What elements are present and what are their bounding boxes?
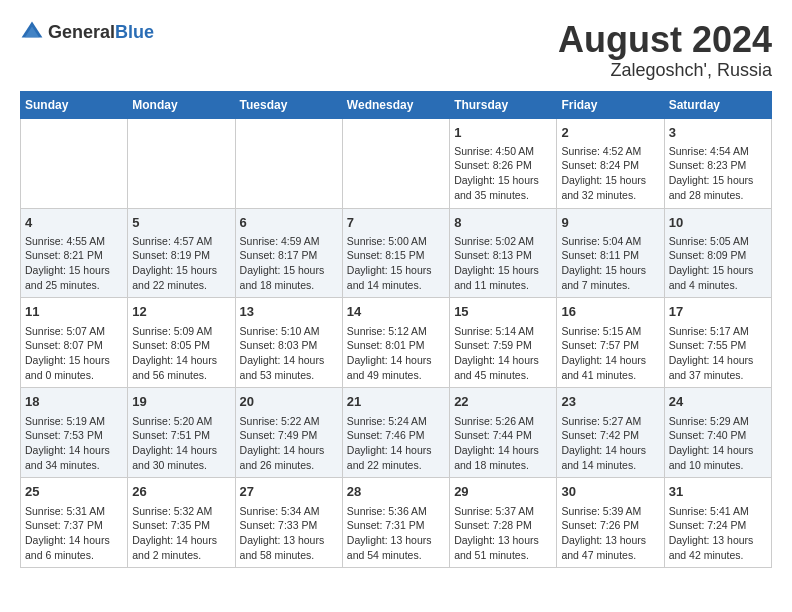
day-number: 11 [25,303,123,321]
cell-content: Sunrise: 5:26 AMSunset: 7:44 PMDaylight:… [454,414,552,473]
calendar-week-5: 25Sunrise: 5:31 AMSunset: 7:37 PMDayligh… [21,478,772,568]
calendar-cell: 30Sunrise: 5:39 AMSunset: 7:26 PMDayligh… [557,478,664,568]
day-number: 13 [240,303,338,321]
day-number: 7 [347,214,445,232]
cell-content: Sunrise: 4:55 AMSunset: 8:21 PMDaylight:… [25,234,123,293]
calendar-cell: 16Sunrise: 5:15 AMSunset: 7:57 PMDayligh… [557,298,664,388]
day-number: 3 [669,124,767,142]
header-day-thursday: Thursday [450,91,557,118]
day-number: 30 [561,483,659,501]
day-number: 25 [25,483,123,501]
title-block: August 2024 Zalegoshch', Russia [558,20,772,81]
header-day-wednesday: Wednesday [342,91,449,118]
cell-content: Sunrise: 4:50 AMSunset: 8:26 PMDaylight:… [454,144,552,203]
calendar-week-1: 1Sunrise: 4:50 AMSunset: 8:26 PMDaylight… [21,118,772,208]
cell-content: Sunrise: 5:24 AMSunset: 7:46 PMDaylight:… [347,414,445,473]
calendar-cell: 8Sunrise: 5:02 AMSunset: 8:13 PMDaylight… [450,208,557,298]
calendar-cell: 13Sunrise: 5:10 AMSunset: 8:03 PMDayligh… [235,298,342,388]
logo-text-general: General [48,22,115,42]
cell-content: Sunrise: 5:39 AMSunset: 7:26 PMDaylight:… [561,504,659,563]
day-number: 1 [454,124,552,142]
day-number: 23 [561,393,659,411]
calendar-cell: 12Sunrise: 5:09 AMSunset: 8:05 PMDayligh… [128,298,235,388]
logo: GeneralBlue [20,20,154,44]
calendar-table: SundayMondayTuesdayWednesdayThursdayFrid… [20,91,772,569]
cell-content: Sunrise: 5:12 AMSunset: 8:01 PMDaylight:… [347,324,445,383]
cell-content: Sunrise: 5:14 AMSunset: 7:59 PMDaylight:… [454,324,552,383]
cell-content: Sunrise: 5:10 AMSunset: 8:03 PMDaylight:… [240,324,338,383]
day-number: 2 [561,124,659,142]
calendar-week-4: 18Sunrise: 5:19 AMSunset: 7:53 PMDayligh… [21,388,772,478]
calendar-cell: 22Sunrise: 5:26 AMSunset: 7:44 PMDayligh… [450,388,557,478]
calendar-body: 1Sunrise: 4:50 AMSunset: 8:26 PMDaylight… [21,118,772,568]
day-number: 31 [669,483,767,501]
cell-content: Sunrise: 5:15 AMSunset: 7:57 PMDaylight:… [561,324,659,383]
day-number: 6 [240,214,338,232]
calendar-cell: 24Sunrise: 5:29 AMSunset: 7:40 PMDayligh… [664,388,771,478]
header-day-saturday: Saturday [664,91,771,118]
cell-content: Sunrise: 5:19 AMSunset: 7:53 PMDaylight:… [25,414,123,473]
day-number: 15 [454,303,552,321]
calendar-cell: 29Sunrise: 5:37 AMSunset: 7:28 PMDayligh… [450,478,557,568]
header-day-friday: Friday [557,91,664,118]
day-number: 27 [240,483,338,501]
cell-content: Sunrise: 5:41 AMSunset: 7:24 PMDaylight:… [669,504,767,563]
calendar-header: SundayMondayTuesdayWednesdayThursdayFrid… [21,91,772,118]
calendar-cell: 21Sunrise: 5:24 AMSunset: 7:46 PMDayligh… [342,388,449,478]
calendar-cell: 14Sunrise: 5:12 AMSunset: 8:01 PMDayligh… [342,298,449,388]
page-subtitle: Zalegoshch', Russia [558,60,772,81]
calendar-cell: 7Sunrise: 5:00 AMSunset: 8:15 PMDaylight… [342,208,449,298]
cell-content: Sunrise: 5:27 AMSunset: 7:42 PMDaylight:… [561,414,659,473]
day-number: 24 [669,393,767,411]
cell-content: Sunrise: 4:57 AMSunset: 8:19 PMDaylight:… [132,234,230,293]
day-number: 4 [25,214,123,232]
calendar-week-2: 4Sunrise: 4:55 AMSunset: 8:21 PMDaylight… [21,208,772,298]
cell-content: Sunrise: 5:34 AMSunset: 7:33 PMDaylight:… [240,504,338,563]
calendar-cell: 28Sunrise: 5:36 AMSunset: 7:31 PMDayligh… [342,478,449,568]
calendar-cell: 10Sunrise: 5:05 AMSunset: 8:09 PMDayligh… [664,208,771,298]
cell-content: Sunrise: 5:22 AMSunset: 7:49 PMDaylight:… [240,414,338,473]
cell-content: Sunrise: 5:09 AMSunset: 8:05 PMDaylight:… [132,324,230,383]
calendar-cell: 23Sunrise: 5:27 AMSunset: 7:42 PMDayligh… [557,388,664,478]
calendar-cell: 20Sunrise: 5:22 AMSunset: 7:49 PMDayligh… [235,388,342,478]
calendar-cell: 19Sunrise: 5:20 AMSunset: 7:51 PMDayligh… [128,388,235,478]
day-number: 5 [132,214,230,232]
cell-content: Sunrise: 5:02 AMSunset: 8:13 PMDaylight:… [454,234,552,293]
day-number: 29 [454,483,552,501]
calendar-cell: 11Sunrise: 5:07 AMSunset: 8:07 PMDayligh… [21,298,128,388]
calendar-cell: 9Sunrise: 5:04 AMSunset: 8:11 PMDaylight… [557,208,664,298]
day-number: 26 [132,483,230,501]
cell-content: Sunrise: 5:20 AMSunset: 7:51 PMDaylight:… [132,414,230,473]
cell-content: Sunrise: 4:59 AMSunset: 8:17 PMDaylight:… [240,234,338,293]
calendar-cell: 31Sunrise: 5:41 AMSunset: 7:24 PMDayligh… [664,478,771,568]
cell-content: Sunrise: 5:05 AMSunset: 8:09 PMDaylight:… [669,234,767,293]
header-day-tuesday: Tuesday [235,91,342,118]
day-number: 28 [347,483,445,501]
day-number: 18 [25,393,123,411]
cell-content: Sunrise: 5:07 AMSunset: 8:07 PMDaylight:… [25,324,123,383]
cell-content: Sunrise: 4:54 AMSunset: 8:23 PMDaylight:… [669,144,767,203]
day-number: 9 [561,214,659,232]
calendar-cell: 2Sunrise: 4:52 AMSunset: 8:24 PMDaylight… [557,118,664,208]
cell-content: Sunrise: 5:32 AMSunset: 7:35 PMDaylight:… [132,504,230,563]
cell-content: Sunrise: 5:17 AMSunset: 7:55 PMDaylight:… [669,324,767,383]
calendar-cell [235,118,342,208]
cell-content: Sunrise: 5:31 AMSunset: 7:37 PMDaylight:… [25,504,123,563]
cell-content: Sunrise: 5:04 AMSunset: 8:11 PMDaylight:… [561,234,659,293]
day-number: 21 [347,393,445,411]
day-number: 8 [454,214,552,232]
calendar-cell: 27Sunrise: 5:34 AMSunset: 7:33 PMDayligh… [235,478,342,568]
day-number: 22 [454,393,552,411]
calendar-cell: 18Sunrise: 5:19 AMSunset: 7:53 PMDayligh… [21,388,128,478]
calendar-cell: 15Sunrise: 5:14 AMSunset: 7:59 PMDayligh… [450,298,557,388]
day-number: 19 [132,393,230,411]
cell-content: Sunrise: 4:52 AMSunset: 8:24 PMDaylight:… [561,144,659,203]
logo-text-blue: Blue [115,22,154,42]
calendar-cell: 1Sunrise: 4:50 AMSunset: 8:26 PMDaylight… [450,118,557,208]
day-number: 14 [347,303,445,321]
logo-icon [20,20,44,44]
calendar-cell: 5Sunrise: 4:57 AMSunset: 8:19 PMDaylight… [128,208,235,298]
day-number: 20 [240,393,338,411]
calendar-cell: 25Sunrise: 5:31 AMSunset: 7:37 PMDayligh… [21,478,128,568]
calendar-cell: 4Sunrise: 4:55 AMSunset: 8:21 PMDaylight… [21,208,128,298]
